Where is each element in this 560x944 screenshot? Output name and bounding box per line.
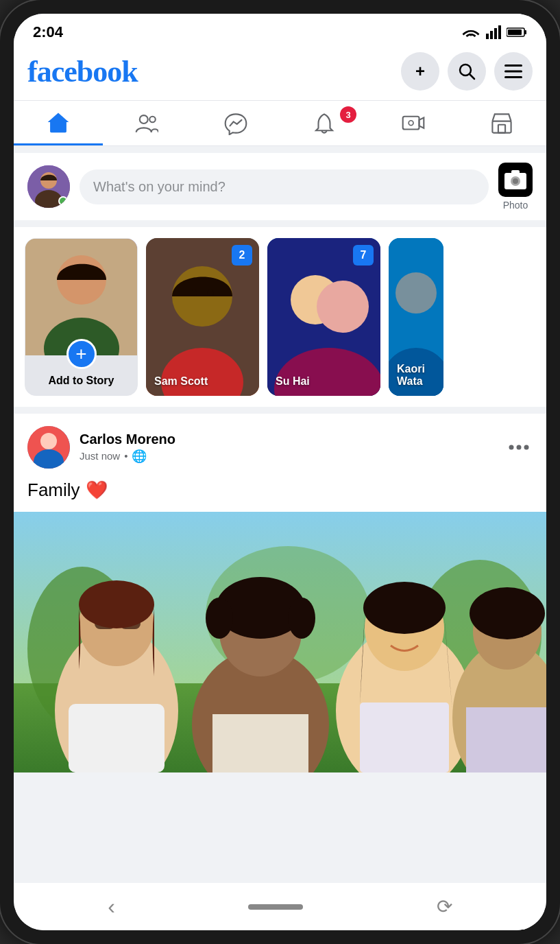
stories-section: + Add to Story [14, 227, 546, 407]
facebook-logo: facebook [27, 54, 138, 89]
svg-marker-17 [419, 117, 424, 128]
svg-point-48 [517, 445, 522, 450]
post-card: Carlos Moreno Just now • 🌐 [14, 414, 546, 772]
camera-photo-icon [503, 167, 528, 192]
post-more-button[interactable] [505, 434, 533, 461]
status-time: 2:04 [33, 23, 63, 41]
phone-frame: 2:04 [0, 0, 560, 944]
tab-notifications[interactable]: 3 [280, 101, 369, 145]
scroll-area: What's on your mind? Photo [14, 146, 546, 883]
battery-icon [507, 27, 527, 38]
rotate-button[interactable]: ⟳ [437, 895, 452, 918]
hamburger-icon [504, 64, 522, 78]
nav-tabs: 3 [14, 100, 546, 146]
friends-icon [135, 112, 158, 135]
svg-rect-9 [504, 64, 522, 67]
svg-rect-10 [504, 71, 522, 73]
search-button[interactable] [448, 52, 486, 91]
svg-point-68 [206, 598, 233, 639]
post-meta: Just now • 🌐 [80, 449, 496, 464]
post-header: Carlos Moreno Just now • 🌐 [14, 414, 546, 477]
svg-point-38 [317, 281, 369, 333]
svg-point-18 [409, 120, 413, 125]
status-icons [461, 25, 527, 39]
story-suhai[interactable]: 7 Su Hai [267, 238, 380, 396]
add-story-avatar [25, 239, 138, 355]
story-kaori-name: Kaori Wata [397, 363, 443, 388]
add-button[interactable]: + [401, 52, 439, 91]
svg-point-45 [40, 433, 57, 449]
notification-badge: 3 [340, 106, 356, 123]
search-icon [458, 62, 476, 80]
back-button[interactable]: ‹ [108, 894, 115, 919]
photo-label: Photo [503, 200, 528, 211]
post-image [14, 512, 546, 772]
photo-icon [498, 163, 533, 197]
svg-rect-11 [504, 76, 522, 78]
svg-rect-5 [524, 30, 526, 34]
tab-watch[interactable] [369, 101, 458, 145]
header: facebook + [14, 47, 546, 100]
tab-messenger[interactable] [191, 101, 280, 145]
add-story-card[interactable]: + Add to Story [25, 238, 138, 396]
story-suhai-name: Su Hai [276, 375, 310, 388]
svg-marker-13 [47, 113, 69, 122]
status-bar: 2:04 [14, 14, 546, 47]
svg-rect-12 [50, 121, 66, 132]
svg-point-49 [524, 445, 529, 450]
svg-point-80 [470, 587, 545, 639]
svg-point-26 [513, 178, 518, 184]
svg-rect-6 [508, 30, 522, 35]
post-text: Family ❤️ [14, 477, 546, 512]
post-author-avatar-img [27, 426, 70, 469]
svg-rect-61 [69, 704, 165, 772]
menu-button[interactable] [494, 52, 533, 91]
story-kaori[interactable]: Kaori Wata [389, 238, 443, 396]
svg-point-14 [140, 115, 148, 123]
svg-rect-1 [490, 31, 493, 39]
svg-rect-3 [498, 25, 501, 39]
post-time: Just now [80, 450, 120, 462]
svg-rect-19 [493, 121, 511, 132]
photo-button[interactable]: Photo [498, 163, 533, 211]
svg-rect-27 [511, 170, 520, 174]
post-input[interactable]: What's on your mind? [80, 169, 489, 204]
svg-point-47 [509, 445, 514, 450]
bottom-nav: ‹ ⟳ [14, 883, 546, 930]
svg-rect-16 [402, 116, 419, 129]
composer: What's on your mind? Photo [14, 153, 546, 220]
tab-store[interactable] [458, 101, 547, 145]
svg-rect-81 [466, 707, 546, 772]
store-icon [490, 112, 513, 135]
bell-icon [313, 112, 336, 135]
online-indicator [58, 196, 68, 206]
svg-point-69 [288, 598, 315, 639]
svg-rect-0 [486, 34, 489, 39]
svg-rect-20 [498, 124, 505, 132]
phone-screen: 2:04 [14, 14, 546, 930]
svg-rect-77 [360, 703, 449, 772]
messenger-icon [224, 112, 247, 135]
svg-point-34 [191, 290, 197, 296]
add-story-plus: + [66, 339, 97, 369]
post-emoji: ❤️ [86, 480, 108, 501]
svg-point-35 [207, 290, 214, 296]
more-dots-icon [509, 445, 529, 450]
post-author-name: Carlos Moreno [80, 432, 496, 447]
story-suhai-count: 7 [353, 245, 374, 266]
add-story-image: + [25, 239, 137, 355]
story-sam-count: 2 [232, 245, 252, 266]
tab-friends[interactable] [103, 101, 192, 145]
svg-point-42 [395, 272, 437, 314]
svg-point-15 [150, 116, 156, 122]
story-sam-name: Sam Scott [154, 375, 208, 388]
home-indicator [248, 904, 303, 910]
header-icons: + [401, 52, 533, 91]
post-user-info: Carlos Moreno Just now • 🌐 [80, 432, 496, 464]
svg-line-8 [470, 74, 474, 79]
post-text-content: Family [27, 480, 80, 501]
wifi-icon [461, 25, 480, 39]
story-sam-scott[interactable]: 2 Sam Scott [146, 238, 259, 396]
tab-home[interactable] [14, 101, 103, 145]
post-privacy-icon: 🌐 [132, 449, 147, 464]
